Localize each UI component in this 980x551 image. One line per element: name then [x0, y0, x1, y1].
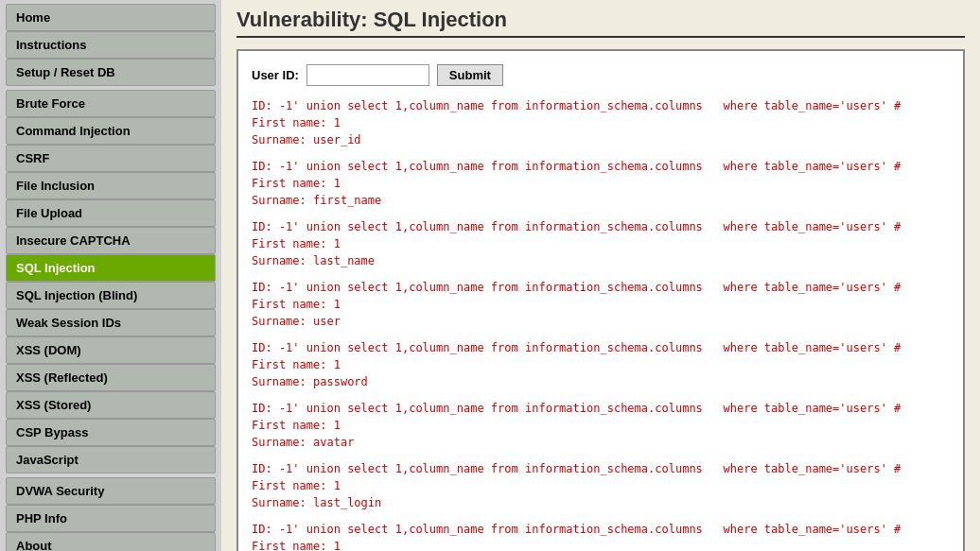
sidebar-item-dvwa-security[interactable]: DVWA Security: [6, 477, 216, 505]
result-first-name: First name: 1: [252, 417, 950, 434]
sidebar-item-setup[interactable]: Setup / Reset DB: [6, 59, 216, 86]
sidebar-item-command-injection[interactable]: Command Injection: [6, 117, 216, 145]
result-surname: Surname: first_name: [252, 192, 950, 209]
sidebar-item-csrf[interactable]: CSRF: [6, 145, 216, 172]
result-surname: Surname: last_login: [252, 494, 950, 511]
result-block: ID: -1' union select 1,column_name from …: [252, 400, 950, 451]
result-block: ID: -1' union select 1,column_name from …: [252, 339, 950, 390]
result-block: ID: -1' union select 1,column_name from …: [252, 97, 950, 148]
result-first-name: First name: 1: [252, 538, 950, 551]
sidebar-item-instructions[interactable]: Instructions: [6, 31, 216, 59]
result-first-name: First name: 1: [252, 175, 950, 192]
page-title: Vulnerability: SQL Injection: [236, 8, 965, 38]
result-id-line: ID: -1' union select 1,column_name from …: [252, 400, 950, 417]
results-container: ID: -1' union select 1,column_name from …: [252, 97, 950, 551]
sidebar-item-php-info[interactable]: PHP Info: [6, 505, 216, 532]
sidebar-item-file-upload[interactable]: File Upload: [6, 199, 216, 227]
sidebar-item-sql-injection[interactable]: SQL Injection: [6, 254, 216, 282]
result-first-name: First name: 1: [252, 356, 950, 373]
sidebar-item-csp-bypass[interactable]: CSP Bypass: [6, 419, 216, 446]
result-surname: Surname: last_name: [252, 252, 950, 269]
sidebar-item-brute-force[interactable]: Brute Force: [6, 90, 216, 117]
result-surname: Surname: avatar: [252, 434, 950, 451]
result-block: ID: -1' union select 1,column_name from …: [252, 521, 950, 551]
result-block: ID: -1' union select 1,column_name from …: [252, 460, 950, 511]
sidebar-item-insecure-captcha[interactable]: Insecure CAPTCHA: [6, 227, 216, 254]
sidebar-item-xss-reflected[interactable]: XSS (Reflected): [6, 364, 216, 391]
sidebar-item-xss-dom[interactable]: XSS (DOM): [6, 336, 216, 364]
result-first-name: First name: 1: [252, 114, 950, 131]
result-surname: Surname: password: [252, 373, 950, 390]
result-id-line: ID: -1' union select 1,column_name from …: [252, 339, 950, 356]
result-first-name: First name: 1: [252, 296, 950, 313]
submit-button[interactable]: Submit: [437, 64, 503, 86]
main-content: Vulnerability: SQL Injection User ID: Su…: [221, 0, 980, 551]
result-surname: Surname: user_id: [252, 131, 950, 148]
result-id-line: ID: -1' union select 1,column_name from …: [252, 521, 950, 538]
sidebar-bot-section: DVWA SecurityPHP InfoAbout: [6, 477, 216, 551]
result-block: ID: -1' union select 1,column_name from …: [252, 218, 950, 269]
result-id-line: ID: -1' union select 1,column_name from …: [252, 460, 950, 477]
sidebar-top-section: HomeInstructionsSetup / Reset DB: [6, 4, 216, 86]
content-box: User ID: Submit ID: -1' union select 1,c…: [236, 49, 965, 551]
result-block: ID: -1' union select 1,column_name from …: [252, 158, 950, 209]
user-id-input[interactable]: [306, 64, 429, 86]
user-id-row: User ID: Submit: [252, 64, 950, 86]
sidebar: HomeInstructionsSetup / Reset DB Brute F…: [0, 0, 221, 551]
sidebar-item-xss-stored[interactable]: XSS (Stored): [6, 391, 216, 419]
sidebar-item-weak-session-ids[interactable]: Weak Session IDs: [6, 309, 216, 336]
result-id-line: ID: -1' union select 1,column_name from …: [252, 218, 950, 235]
sidebar-item-home[interactable]: Home: [6, 4, 216, 31]
result-id-line: ID: -1' union select 1,column_name from …: [252, 158, 950, 175]
result-first-name: First name: 1: [252, 477, 950, 494]
result-block: ID: -1' union select 1,column_name from …: [252, 279, 950, 330]
sidebar-item-sql-injection-blind[interactable]: SQL Injection (Blind): [6, 282, 216, 309]
sidebar-item-about[interactable]: About: [6, 532, 216, 551]
result-id-line: ID: -1' union select 1,column_name from …: [252, 279, 950, 296]
sidebar-item-javascript[interactable]: JavaScript: [6, 446, 216, 474]
result-id-line: ID: -1' union select 1,column_name from …: [252, 97, 950, 114]
sidebar-mid-section: Brute ForceCommand InjectionCSRFFile Inc…: [6, 90, 216, 474]
sidebar-item-file-inclusion[interactable]: File Inclusion: [6, 172, 216, 199]
user-id-label: User ID:: [252, 68, 299, 82]
result-surname: Surname: user: [252, 313, 950, 330]
result-first-name: First name: 1: [252, 235, 950, 252]
